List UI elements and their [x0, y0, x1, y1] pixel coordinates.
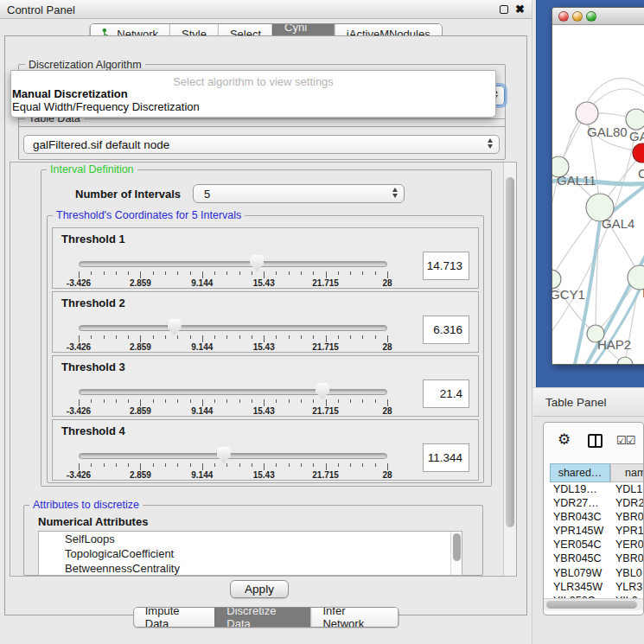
column-header-shared-[interactable]: shared… [550, 463, 610, 482]
slider-track[interactable] [79, 261, 387, 267]
table-row[interactable]: YER054CYER0 [544, 538, 644, 552]
network-node[interactable] [626, 109, 644, 130]
tick-mark [140, 271, 141, 278]
network-window-titlebar[interactable] [552, 8, 644, 25]
slider-thumb[interactable] [168, 319, 182, 335]
threshold-value-field[interactable]: 11.344 [423, 443, 469, 472]
threshold-value-field[interactable]: 6.316 [423, 316, 469, 344]
list-item-betweennesscentrality[interactable]: BetweennessCentrality [39, 561, 462, 576]
slider-track[interactable] [79, 389, 387, 395]
float-window-icon[interactable] [500, 5, 508, 14]
tick-labels: -3.4262.8599.14415.4321.71528 [79, 406, 387, 417]
slider-thumb[interactable] [250, 255, 264, 271]
list-item-selfloops[interactable]: SelfLoops [39, 532, 462, 546]
tick-label: -3.426 [67, 470, 91, 480]
tick-label: 15.43 [253, 342, 275, 352]
gear-icon[interactable]: ⚙ [558, 431, 571, 449]
tick-mark [214, 335, 215, 339]
tick-mark [301, 399, 302, 403]
table-row[interactable]: YBR043CYBR0 [544, 510, 644, 524]
tab-impute-data[interactable]: Impute Data [134, 608, 215, 627]
network-node[interactable] [617, 357, 633, 365]
discretization-algorithm-legend: Discretization Algorithm [25, 59, 145, 71]
combo-stepper-icon[interactable] [488, 138, 493, 149]
tick-mark [387, 271, 388, 278]
tick-mark [128, 399, 129, 403]
minimize-traffic-icon[interactable] [572, 11, 583, 22]
slider-track[interactable] [79, 453, 387, 459]
tick-mark [165, 399, 166, 403]
checkbox-icons[interactable]: ☑☑ [616, 434, 634, 447]
network-desktop: GAL80GACGAL11GAL4GCY1HHAP2 [536, 0, 644, 387]
tick-mark [239, 271, 240, 275]
network-window[interactable]: GAL80GACGAL11GAL4GCY1HHAP2 [552, 7, 644, 365]
apply-button[interactable]: Apply [230, 580, 289, 598]
cell-shared-name: YER054C [553, 538, 602, 552]
tick-mark [153, 399, 154, 403]
number-of-intervals-spinner[interactable]: 5 [193, 184, 405, 203]
tick-labels: -3.4262.8599.14415.4321.71528 [79, 278, 387, 289]
network-canvas[interactable]: GAL80GACGAL11GAL4GCY1HHAP2 [552, 25, 644, 365]
table-row[interactable]: YDR27…YDR2 [544, 496, 644, 510]
tick-mark [252, 271, 252, 275]
tick-label: 2.859 [130, 342, 151, 352]
network-node[interactable] [552, 270, 561, 289]
list-scrollbar[interactable] [450, 532, 462, 575]
table-row[interactable]: YBL079WYBL0 [544, 566, 644, 580]
horizontal-scrollbar-thumb[interactable] [546, 601, 637, 609]
threshold-value-field[interactable]: 14.713 [423, 252, 469, 280]
slider-ticks [79, 271, 387, 278]
split-columns-icon[interactable] [588, 434, 603, 448]
column-header-name[interactable]: name [610, 463, 644, 482]
slider-thumb[interactable] [217, 447, 231, 463]
tick-mark [362, 463, 363, 467]
close-icon[interactable]: ✖ [515, 2, 525, 17]
numerical-attributes-list[interactable]: SelfLoopsTopologicalCoefficientBetweenne… [38, 531, 462, 576]
tick-mark [165, 463, 166, 467]
spinner-stepper-icon[interactable] [392, 188, 398, 198]
tick-mark [153, 271, 154, 275]
tick-mark [326, 271, 327, 278]
table-row[interactable]: YLR345WYLR3 [544, 580, 644, 594]
tick-label: 15.43 [253, 406, 275, 416]
table-data-combobox[interactable]: galFiltered.sif default node [23, 135, 500, 154]
tick-label: 2.859 [130, 278, 151, 288]
tick-mark [177, 399, 178, 403]
tick-mark [165, 271, 166, 275]
tick-mark [289, 463, 290, 467]
slider-thumb[interactable] [316, 383, 329, 399]
threshold-value-field[interactable]: 21.4 [423, 379, 469, 408]
tick-mark [276, 399, 277, 403]
tick-mark [375, 271, 376, 275]
dropdown-item-manual-discretization[interactable]: Manual Discretization [11, 87, 495, 100]
tab-infer-network[interactable]: Infer Network [310, 608, 398, 627]
cell-shared-name: YPR145W [553, 524, 603, 538]
tab-discretize-data[interactable]: Discretize Data [214, 608, 310, 627]
table-row[interactable]: YDL19…YDL1 [544, 482, 644, 496]
table-row[interactable]: YPR145WYPR1 [544, 524, 644, 538]
close-traffic-icon[interactable] [558, 11, 569, 22]
dropdown-item-equal-width-frequency[interactable]: Equal Width/Frequency Discretization [11, 100, 495, 113]
tick-mark [214, 271, 215, 275]
vertical-scrollbar[interactable] [503, 163, 516, 576]
table-row[interactable]: YBR045CYBR0 [544, 552, 644, 565]
horizontal-scrollbar[interactable] [544, 598, 644, 610]
cell-name: YPR1 [615, 524, 644, 538]
tick-mark [104, 463, 105, 467]
tick-mark [239, 335, 240, 339]
tick-mark [387, 335, 388, 342]
network-node[interactable] [633, 143, 644, 163]
tick-mark [264, 271, 265, 278]
list-item-topologicalcoefficient[interactable]: TopologicalCoefficient [39, 546, 462, 561]
tick-mark [326, 463, 327, 470]
list-scrollbar-thumb[interactable] [453, 533, 461, 561]
network-node[interactable] [576, 102, 598, 124]
tick-label: 2.859 [130, 406, 151, 416]
vertical-scrollbar-thumb[interactable] [506, 177, 514, 527]
tick-mark [104, 399, 105, 403]
zoom-traffic-icon[interactable] [586, 11, 596, 22]
tick-mark [153, 463, 154, 467]
slider-track[interactable] [79, 325, 387, 331]
tick-mark [350, 335, 351, 339]
tick-mark [301, 335, 302, 339]
